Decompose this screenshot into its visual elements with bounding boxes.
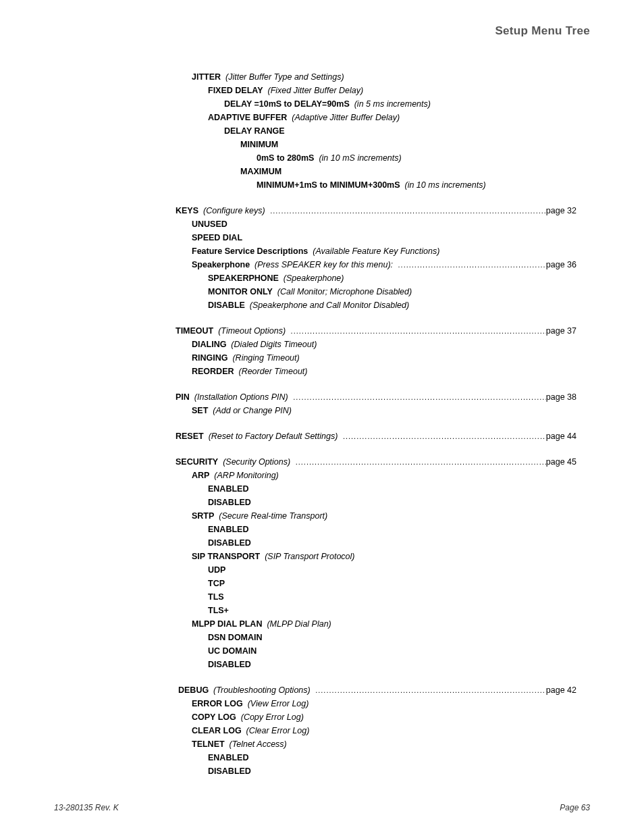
security-srtp-disabled: DISABLED	[208, 536, 576, 550]
timeout-reorder: REORDER (Reorder Timeout)	[192, 365, 576, 378]
desc: (Clear Error Log)	[246, 726, 310, 735]
pin-row: PIN (Installation Options PIN) page 38	[176, 390, 576, 404]
security-arp-enabled: ENABLED	[208, 482, 576, 496]
desc: (SIP Transport Protocol)	[265, 552, 354, 561]
dots	[313, 683, 546, 697]
security-label: SECURITY (Security Options)	[176, 455, 293, 469]
label: ARP	[192, 471, 209, 480]
jitter-fixed-range: DELAY =10mS to DELAY=90mS (in 5 ms incre…	[224, 97, 576, 111]
label: Feature Service Descriptions	[192, 246, 308, 256]
debug-telnet-disabled: DISABLED	[208, 764, 576, 778]
desc: (in 10 ms increments)	[404, 180, 485, 190]
label: SET	[192, 406, 208, 415]
desc: (Jitter Buffer Type and Settings)	[225, 72, 344, 82]
label: DIALING	[192, 340, 226, 349]
security-sip-tlsp: TLS+	[208, 604, 576, 617]
jitter-title: JITTER (Jitter Buffer Type and Settings)	[192, 70, 576, 84]
desc: (in 5 ms increments)	[354, 99, 431, 109]
desc: (ARP Monitoring)	[214, 471, 278, 480]
security-arp: ARP (ARP Monitoring)	[192, 469, 576, 482]
desc: (MLPP Dial Plan)	[267, 619, 331, 629]
desc: (Copy Error Log)	[241, 712, 304, 722]
desc: (View Error Log)	[248, 699, 309, 708]
label: MINIMUM+1mS to MINIMUM+300mS	[257, 180, 400, 190]
jitter-minimum: MINIMUM	[240, 138, 576, 151]
desc: (Security Options)	[223, 457, 290, 467]
label: 0mS to 280mS	[257, 153, 314, 163]
label: SPEAKERPHONE	[208, 273, 279, 283]
keys-row: KEYS (Configure keys) page 32	[176, 204, 576, 217]
desc: (Press SPEAKER key for this menu):	[254, 260, 393, 269]
jitter-delay-range: DELAY RANGE	[224, 124, 576, 138]
desc: (Telnet Access)	[230, 739, 287, 749]
jitter-adaptive: ADAPTIVE BUFFER (Adaptive Jitter Buffer …	[208, 111, 576, 124]
label: REORDER	[192, 367, 234, 376]
security-arp-disabled: DISABLED	[208, 496, 576, 509]
security-mlpp-uc: UC DOMAIN	[208, 644, 576, 658]
menu-tree: JITTER (Jitter Buffer Type and Settings)…	[54, 70, 590, 778]
desc: (Reset to Factory Default Settings)	[209, 432, 338, 441]
label: DISABLE	[208, 301, 245, 310]
dots	[396, 258, 546, 271]
label: ADAPTIVE BUFFER	[208, 113, 287, 122]
page-header: Setup Menu Tree	[54, 24, 590, 38]
debug-telnet-enabled: ENABLED	[208, 751, 576, 764]
footer-right: Page 63	[560, 803, 590, 812]
label: ERROR LOG	[192, 699, 243, 708]
security-sip-udp: UDP	[208, 563, 576, 577]
dots	[267, 204, 546, 217]
dots	[290, 390, 546, 404]
label: RINGING	[192, 353, 227, 363]
title: Speakerphone	[192, 260, 250, 269]
desc: (Ringing Timeout)	[232, 353, 299, 363]
keys-label: KEYS (Configure keys)	[176, 204, 267, 217]
desc: (Reorder Timeout)	[238, 367, 307, 376]
debug-copylog: COPY LOG (Copy Error Log)	[192, 710, 576, 724]
keys-speeddial: SPEED DIAL	[192, 231, 576, 244]
keys-speaker-label: Speakerphone (Press SPEAKER key for this…	[192, 258, 396, 271]
security-mlpp-disabled: DISABLED	[208, 658, 576, 671]
timeout-row: TIMEOUT (Timeout Options) page 37	[176, 324, 576, 338]
dots	[340, 429, 546, 443]
pin-set: SET (Add or Change PIN)	[192, 404, 576, 417]
security-srtp: SRTP (Secure Real-time Transport)	[192, 509, 576, 523]
timeout-ringing: RINGING (Ringing Timeout)	[192, 351, 576, 365]
dots	[288, 324, 546, 338]
page-ref: page 45	[546, 455, 576, 469]
security-sip: SIP TRANSPORT (SIP Transport Protocol)	[192, 550, 576, 563]
reset-label: RESET (Reset to Factory Default Settings…	[176, 429, 340, 443]
footer-left: 13-280135 Rev. K	[54, 803, 119, 812]
debug-clearlog: CLEAR LOG (Clear Error Log)	[192, 724, 576, 737]
label: JITTER	[192, 72, 221, 82]
keys-feature: Feature Service Descriptions (Available …	[192, 244, 576, 258]
label: CLEAR LOG	[192, 726, 242, 735]
desc: (Call Monitor; Microphone Disabled)	[277, 287, 412, 296]
page-ref: page 36	[546, 258, 576, 271]
dots	[293, 455, 546, 469]
desc: (Speakerphone and Call Monitor Disabled)	[250, 301, 409, 310]
label: MONITOR ONLY	[208, 287, 273, 296]
desc: (Secure Real-time Transport)	[219, 511, 327, 521]
desc: (Adaptive Jitter Buffer Delay)	[292, 113, 400, 122]
title: TIMEOUT	[176, 326, 213, 336]
timeout-label: TIMEOUT (Timeout Options)	[176, 324, 288, 338]
debug-row: DEBUG (Troubleshooting Options) page 42	[176, 683, 576, 697]
label: TELNET	[192, 739, 225, 749]
label: COPY LOG	[192, 712, 236, 722]
keys-speaker-row: Speakerphone (Press SPEAKER key for this…	[192, 258, 576, 271]
security-mlpp: MLPP DIAL PLAN (MLPP Dial Plan)	[192, 617, 576, 631]
desc: (in 10 mS increments)	[319, 153, 401, 163]
jitter-maximum: MAXIMUM	[240, 165, 576, 178]
keys-sp3: DISABLE (Speakerphone and Call Monitor D…	[208, 298, 576, 312]
debug-telnet: TELNET (Telnet Access)	[192, 737, 576, 751]
page-footer: 13-280135 Rev. K Page 63	[54, 803, 590, 812]
keys-sp2: MONITOR ONLY (Call Monitor; Microphone D…	[208, 285, 576, 298]
title: RESET	[176, 432, 204, 441]
desc: (Dialed Digits Timeout)	[231, 340, 317, 349]
page-ref: page 32	[546, 204, 576, 217]
desc: (Available Feature Key Functions)	[313, 246, 439, 256]
label: FIXED DELAY	[208, 86, 263, 95]
debug-errorlog: ERROR LOG (View Error Log)	[192, 697, 576, 710]
desc: (Timeout Options)	[218, 326, 286, 336]
label: SRTP	[192, 511, 214, 521]
